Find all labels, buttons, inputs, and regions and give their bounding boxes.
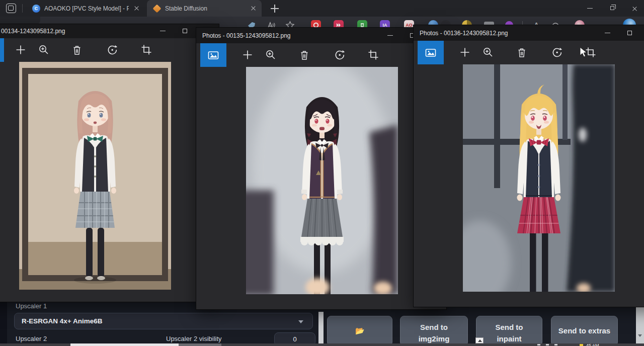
see-all-photos-button[interactable]: [418, 41, 444, 64]
button-label: Send to inpaint: [479, 318, 539, 344]
chevron-up-button[interactable]: [475, 337, 484, 343]
taskbar-search-box[interactable]: [70, 343, 179, 346]
toolbar-corner: [0, 17, 40, 24]
rotate-icon[interactable]: [107, 44, 119, 56]
minimize-button[interactable]: [378, 28, 401, 43]
photo-image-00134: [19, 62, 171, 290]
send-to-img2img-button[interactable]: Send to img2img: [400, 316, 468, 346]
browser-restore-button[interactable]: [601, 0, 623, 17]
taskbar-app-icon[interactable]: [179, 343, 221, 346]
send-to-inpaint-button[interactable]: Send to inpaint: [476, 316, 542, 346]
tray-icon[interactable]: [554, 344, 557, 345]
browser-minimize-button[interactable]: [578, 0, 601, 17]
delete-icon[interactable]: [71, 44, 84, 56]
crop-icon[interactable]: [141, 44, 153, 56]
upscaler2-label: Upscaler 2: [16, 335, 47, 342]
rotate-icon[interactable]: [551, 47, 564, 59]
close-button[interactable]: [641, 25, 644, 41]
photos-window-2: Photos - 00135-1243095812.png: [196, 28, 446, 309]
browser-tab-stable-diffusion[interactable]: Stable Diffusion: [147, 0, 262, 17]
button-label: Send to extras: [554, 317, 614, 345]
desktop: C AOAOKO [PVC Style Model] - PV Stable D…: [0, 0, 644, 346]
upscaler1-label: Upscaler 1: [16, 302, 47, 310]
photo-viewer: [196, 67, 446, 309]
tabbar-divider: [22, 4, 23, 13]
window-title: Photos - 00136-1243095812.png: [420, 30, 508, 37]
window-title: 00134-1243095812.png: [1, 28, 65, 35]
zoom-in-icon[interactable]: [265, 49, 277, 61]
window-title: Photos - 00135-1243095812.png: [202, 32, 290, 39]
scroll-down-icon: [638, 334, 642, 337]
stable-diffusion-favicon-icon: [153, 4, 162, 13]
photo-viewer: [0, 62, 219, 302]
maximize-button[interactable]: [174, 24, 196, 38]
tab-label: AOAOKO [PVC Style Model] - PV: [44, 5, 129, 12]
notification-icon: [580, 344, 583, 346]
tab-close-icon[interactable]: [250, 5, 258, 13]
open-folder-button[interactable]: 📂: [327, 316, 392, 346]
zoom-in-icon[interactable]: [482, 47, 495, 59]
photo-viewer: [414, 64, 644, 307]
folder-icon: 📂: [331, 317, 389, 345]
photos-window-1: 00134-1243095812.png: [0, 24, 219, 302]
tab-overview-icon[interactable]: [6, 4, 16, 13]
photos-toolbar: [196, 43, 446, 67]
see-all-photos-button[interactable]: [200, 43, 226, 67]
add-icon[interactable]: [459, 47, 471, 59]
photo-image-00136: [463, 64, 615, 292]
crop-icon[interactable]: [368, 49, 380, 61]
upscaler1-value: R-ESRGAN 4x+ Anime6B: [22, 317, 102, 325]
windows-taskbar[interactable]: 45 AM: [0, 343, 644, 346]
send-to-extras-button[interactable]: Send to extras: [551, 316, 618, 346]
upscaler1-select[interactable]: R-ESRGAN 4x+ Anime6B: [14, 313, 313, 329]
browser-tab-civitai[interactable]: C AOAOKO [PVC Style Model] - PV: [26, 0, 145, 17]
maximize-button[interactable]: [618, 25, 641, 41]
minimize-button[interactable]: [596, 25, 618, 41]
title-bar[interactable]: Photos - 00136-1243095812.png: [414, 25, 644, 41]
panel-scrollbar[interactable]: [318, 312, 324, 346]
button-label: Send to img2img: [404, 318, 464, 344]
see-all-photos-button[interactable]: [0, 38, 4, 62]
add-icon[interactable]: [242, 49, 254, 61]
browser-tab-bar: C AOAOKO [PVC Style Model] - PV Stable D…: [0, 0, 644, 17]
civitai-favicon-icon: C: [32, 5, 40, 13]
chevron-down-icon: [298, 320, 303, 323]
taskbar-clock: 45 AM: [586, 343, 599, 346]
tab-close-icon[interactable]: [133, 5, 141, 13]
new-tab-button[interactable]: [270, 4, 280, 14]
photo-image-00135: [246, 67, 398, 294]
tab-label: Stable Diffusion: [165, 5, 246, 12]
mouse-cursor: [580, 47, 590, 58]
delete-icon[interactable]: [516, 47, 528, 59]
photos-toolbar: [0, 38, 219, 62]
tray-icon[interactable]: [546, 344, 549, 345]
rotate-icon[interactable]: [334, 49, 346, 61]
title-bar[interactable]: Photos - 00135-1243095812.png: [196, 28, 446, 43]
photos-window-3: Photos - 00136-1243095812.png: [414, 25, 644, 307]
page-scrollbar[interactable]: [636, 302, 644, 346]
photos-toolbar: [414, 41, 644, 64]
upscaler2-visibility-label: Upscaler 2 visibility: [166, 335, 222, 342]
browser-close-button[interactable]: [623, 0, 644, 17]
delete-icon[interactable]: [299, 49, 311, 61]
title-bar[interactable]: 00134-1243095812.png: [0, 24, 219, 38]
zoom-in-icon[interactable]: [38, 44, 50, 56]
minimize-button[interactable]: [151, 24, 174, 38]
add-icon[interactable]: [15, 44, 27, 56]
tray-icon[interactable]: [537, 344, 540, 345]
